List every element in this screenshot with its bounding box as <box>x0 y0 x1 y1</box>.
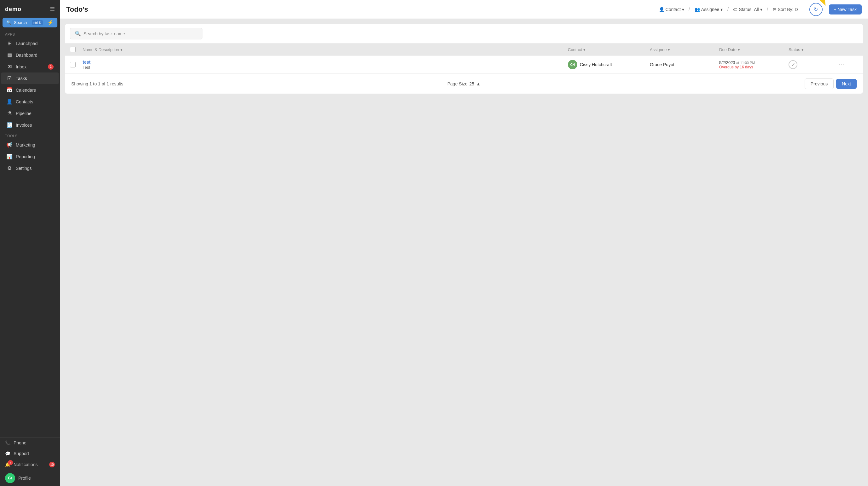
sidebar-item-label: Inbox <box>16 64 27 69</box>
sort-icon: ⊟ <box>773 7 777 12</box>
avatar: Gr <box>5 473 15 483</box>
overdue-text: Overdue by 16 days <box>719 65 788 69</box>
sidebar-item-label: Pipeline <box>16 111 32 116</box>
page-title: Todo's <box>66 5 88 13</box>
calendars-icon: 📅 <box>6 87 12 93</box>
table-header: Name & Description ▾ Contact ▾ Assignee … <box>65 43 863 56</box>
sidebar: demo ☰ 🔍 Search ctrl K ⚡ Apps ⊞ Launchpa… <box>0 0 60 486</box>
refresh-icon: ↻ <box>814 6 818 12</box>
refresh-btn-wrapper: ↻ <box>809 3 823 16</box>
filter-bar: 👤 Contact ▾ / 👥 Assignee ▾ / 🏷 Status Al… <box>656 5 801 14</box>
sidebar-item-dashboard[interactable]: ▦ Dashboard <box>1 49 59 61</box>
sidebar-item-invoices[interactable]: 🧾 Invoices <box>1 119 59 131</box>
new-task-label: + New Task <box>834 7 857 12</box>
col-actions <box>839 46 858 52</box>
due-date-value: 5/2/2023 at 11:00 PM <box>719 60 788 65</box>
contact-sort-icon: ▾ <box>583 47 586 52</box>
sidebar-item-label: Dashboard <box>16 53 37 58</box>
sidebar-item-marketing[interactable]: 📢 Marketing <box>1 139 59 151</box>
status-sort-icon: ▾ <box>802 47 804 52</box>
status-tag-icon: 🏷 <box>733 7 738 12</box>
search-input[interactable] <box>84 31 198 36</box>
assignee-filter[interactable]: 👥 Assignee ▾ <box>691 5 726 14</box>
filter-sep-3: / <box>767 6 768 12</box>
contact-filter[interactable]: 👤 Contact ▾ <box>656 5 687 14</box>
name-sort-icon: ▾ <box>120 47 123 52</box>
due-date-sort-icon: ▾ <box>738 47 740 52</box>
col-status[interactable]: Status ▾ <box>788 46 839 52</box>
status-chevron-icon: ▾ <box>760 7 763 12</box>
lightning-icon: ⚡ <box>47 20 54 26</box>
main-content: Todo's 👤 Contact ▾ / 👥 Assignee ▾ / 🏷 St… <box>60 0 868 486</box>
sidebar-profile[interactable]: Gr Profile <box>0 470 60 486</box>
status-filter-value: All <box>754 7 759 12</box>
contact-avatar: CH <box>568 60 577 69</box>
search-label: Search <box>14 20 27 25</box>
search-bar[interactable]: 🔍 <box>70 28 203 39</box>
sidebar-phone[interactable]: 📞 Phone <box>0 438 60 448</box>
row-checkbox[interactable] <box>70 62 76 67</box>
new-task-button[interactable]: + New Task <box>829 4 862 14</box>
sidebar-search-bar[interactable]: 🔍 Search ctrl K ⚡ <box>2 18 57 27</box>
search-icon: 🔍 <box>6 20 11 25</box>
contacts-icon: 👤 <box>6 99 12 105</box>
page-size-chevron-icon[interactable]: ▲ <box>476 81 480 86</box>
contact-initials: CH <box>570 63 575 66</box>
dashboard-icon: ▦ <box>6 52 12 58</box>
tools-section-label: Tools <box>0 131 60 139</box>
sidebar-item-tasks[interactable]: ☑ Tasks <box>1 72 59 84</box>
col-contact-label: Contact <box>568 47 582 52</box>
contact-name[interactable]: Cissy Hutchcraft <box>580 62 612 67</box>
sidebar-item-pipeline[interactable]: ⚗ Pipeline <box>1 107 59 119</box>
search-input-icon: 🔍 <box>75 31 81 37</box>
sidebar-item-calendars[interactable]: 📅 Calendars <box>1 84 59 96</box>
more-actions-button[interactable]: ··· <box>839 62 845 67</box>
sidebar-item-reporting[interactable]: 📊 Reporting <box>1 151 59 162</box>
col-due-date[interactable]: Due Date ▾ <box>719 46 788 52</box>
profile-label: Profile <box>18 476 31 481</box>
status-filter[interactable]: 🏷 Status All ▾ <box>730 5 765 14</box>
sidebar-item-settings[interactable]: ⚙ Settings <box>1 162 59 174</box>
sidebar-item-label: Invoices <box>16 123 32 128</box>
sidebar-item-label: Launchpad <box>16 41 37 46</box>
support-icon: 💬 <box>5 451 10 456</box>
search-shortcut: ctrl K <box>32 20 43 25</box>
filter-sep-1: / <box>689 6 690 12</box>
sidebar-item-launchpad[interactable]: ⊞ Launchpad <box>1 37 59 49</box>
row-assignee-cell: Grace Puyot <box>650 62 719 67</box>
notifications-badge: 4 <box>8 460 13 465</box>
notifications-label: Notifications <box>13 462 37 467</box>
apps-section-label: Apps <box>0 29 60 37</box>
sidebar-item-label: Reporting <box>16 154 35 159</box>
pipeline-icon: ⚗ <box>6 110 12 116</box>
sidebar-item-label: Contacts <box>16 99 33 104</box>
row-actions-cell: ··· <box>839 62 858 67</box>
next-button[interactable]: Next <box>836 79 857 89</box>
assignee-name: Grace Puyot <box>650 62 674 67</box>
check-icon: ✓ <box>791 62 795 68</box>
sidebar-item-inbox[interactable]: ✉ Inbox 1 <box>1 61 59 72</box>
col-assignee[interactable]: Assignee ▾ <box>650 46 719 52</box>
task-name-link[interactable]: test <box>83 60 91 65</box>
contact-icon: 👤 <box>659 7 664 12</box>
col-contact[interactable]: Contact ▾ <box>568 46 650 52</box>
assignee-sort-icon: ▾ <box>668 47 670 52</box>
row-status-cell: ✓ <box>788 60 839 69</box>
sidebar-item-contacts[interactable]: 👤 Contacts <box>1 96 59 107</box>
showing-results-text: Showing 1 to 1 of 1 results <box>71 81 123 86</box>
col-assignee-label: Assignee <box>650 47 666 52</box>
sort-filter[interactable]: ⊟ Sort By: D <box>770 5 801 14</box>
assignee-filter-label: Assignee <box>701 7 719 12</box>
select-all-checkbox[interactable] <box>70 46 76 52</box>
sidebar-support[interactable]: 💬 Support <box>0 448 60 459</box>
previous-button[interactable]: Previous <box>805 78 834 89</box>
status-check-button[interactable]: ✓ <box>788 60 797 69</box>
sidebar-notifications[interactable]: 🔔 4 Notifications 10 <box>0 459 60 470</box>
inbox-badge: 1 <box>48 64 54 70</box>
row-due-date-cell: 5/2/2023 at 11:00 PM Overdue by 16 days <box>719 60 788 69</box>
menu-icon[interactable]: ☰ <box>50 6 55 12</box>
page-size-control: Page Size 25 ▲ <box>447 81 480 86</box>
row-name-cell: test Test <box>83 60 568 70</box>
refresh-button[interactable]: ↻ <box>809 3 823 16</box>
col-name[interactable]: Name & Description ▾ <box>83 46 568 52</box>
